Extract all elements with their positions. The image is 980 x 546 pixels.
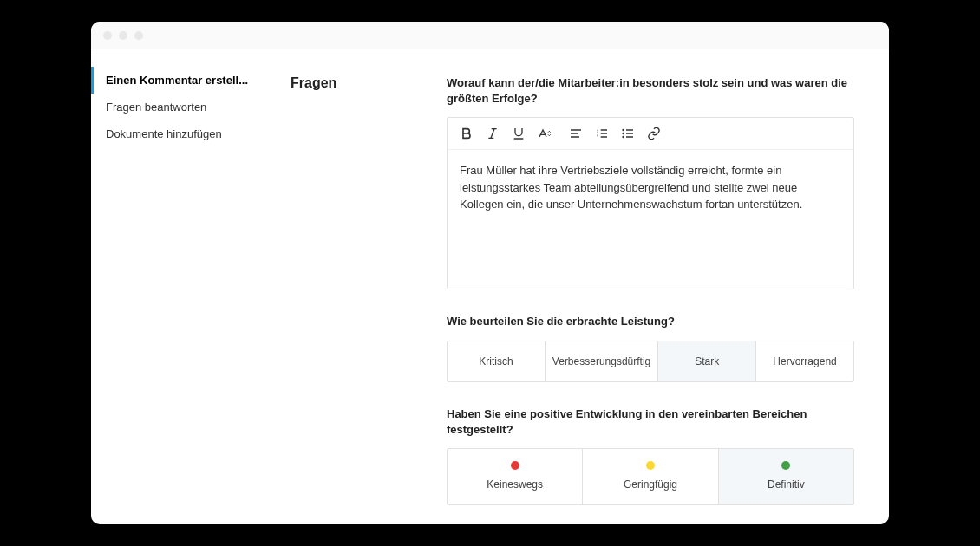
section-header: Fragen [291, 75, 421, 524]
app-window: Einen Kommentar erstell... Fragen beantw… [91, 22, 889, 524]
questions-column: Worauf kann der/die Mitarbeiter:in beson… [447, 75, 854, 524]
link-icon[interactable] [647, 127, 661, 140]
sidebar-item-add-documents[interactable]: Dokumente hinzufügen [91, 120, 265, 147]
traffic-light-zoom-icon[interactable] [134, 31, 143, 40]
svg-point-15 [623, 137, 624, 138]
question3-label: Haben Sie eine positive Entwicklung in d… [447, 406, 854, 438]
rating-scale: Kritisch Verbesserungsdürftig Stark Herv… [447, 341, 854, 382]
toolbar-format-group [460, 127, 552, 140]
question2-label: Wie beurteilen Sie die erbrachte Leistun… [447, 314, 854, 329]
unordered-list-icon[interactable] [621, 127, 635, 140]
svg-point-13 [623, 130, 624, 131]
rating-option-critical[interactable]: Kritisch [448, 341, 546, 381]
bold-icon[interactable] [460, 127, 474, 140]
underline-icon[interactable] [512, 127, 526, 140]
rating-option-strong[interactable]: Stark [658, 341, 756, 381]
question1-label: Worauf kann der/die Mitarbeiter:in beson… [447, 75, 854, 107]
main-panel: Fragen Worauf kann der/die Mitarbeiter:i… [265, 49, 889, 524]
font-size-icon[interactable] [538, 127, 552, 140]
window-titlebar [91, 22, 889, 49]
development-scale: Keineswegs Geringfügig Definitiv [447, 448, 854, 505]
sidebar: Einen Kommentar erstell... Fragen beantw… [91, 49, 265, 524]
align-icon[interactable] [569, 127, 583, 140]
green-dot-icon [781, 461, 790, 470]
sidebar-item-create-comment[interactable]: Einen Kommentar erstell... [91, 67, 265, 94]
rating-option-outstanding[interactable]: Hervorragend [756, 341, 853, 381]
rating-option-needs-improvement[interactable]: Verbesserungsdürftig [546, 341, 658, 381]
editor-toolbar [448, 118, 853, 150]
toolbar-paragraph-group [569, 127, 661, 140]
development-option-definite[interactable]: Definitiv [719, 449, 853, 504]
italic-icon[interactable] [486, 127, 500, 140]
development-option-minor[interactable]: Geringfügig [583, 449, 718, 504]
svg-point-14 [623, 133, 624, 134]
rich-text-editor: Frau Müller hat ihre Vertriebsziele voll… [447, 117, 854, 289]
yellow-dot-icon [646, 461, 655, 470]
content-area: Einen Kommentar erstell... Fragen beantw… [91, 49, 889, 524]
section-title: Fragen [291, 75, 421, 91]
red-dot-icon [511, 461, 519, 470]
development-option-label: Geringfügig [624, 478, 677, 491]
ordered-list-icon[interactable] [595, 127, 609, 140]
development-option-none[interactable]: Keineswegs [448, 449, 583, 504]
svg-line-2 [491, 129, 494, 139]
development-option-label: Keineswegs [487, 478, 543, 491]
traffic-light-minimize-icon[interactable] [119, 31, 127, 40]
traffic-light-close-icon[interactable] [103, 31, 112, 40]
development-option-label: Definitiv [768, 478, 805, 491]
editor-textarea[interactable]: Frau Müller hat ihre Vertriebsziele voll… [448, 150, 853, 289]
sidebar-item-answer-questions[interactable]: Fragen beantworten [91, 94, 265, 120]
